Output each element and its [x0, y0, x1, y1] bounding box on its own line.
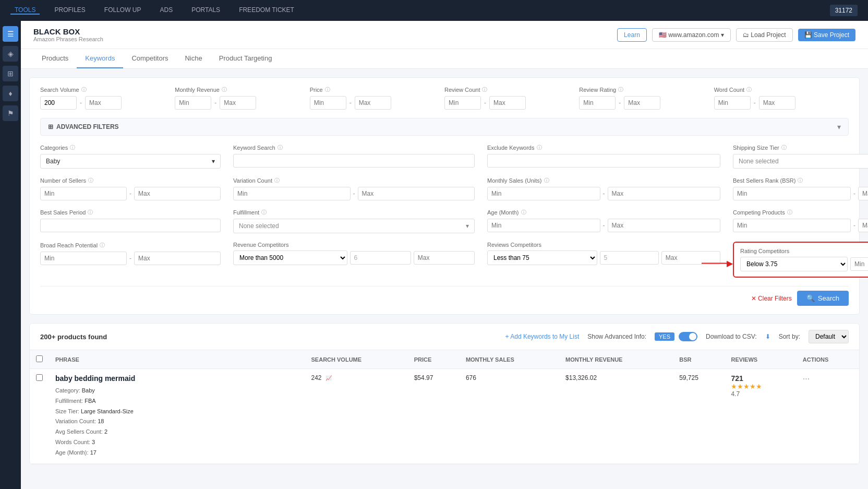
exclude-keywords-info-icon[interactable]: ⓘ: [537, 144, 542, 151]
bsr-info-icon[interactable]: ⓘ: [798, 177, 803, 184]
fulfillment-label: Fulfillment ⓘ: [233, 209, 475, 216]
fulfillment-select[interactable]: None selected ▾: [233, 219, 475, 233]
toggle-knob[interactable]: [679, 332, 697, 341]
nav-tools[interactable]: TOOLS: [10, 6, 40, 15]
age-max[interactable]: [608, 219, 721, 232]
tab-products[interactable]: Products: [33, 49, 77, 68]
variation-info-icon[interactable]: ⓘ: [274, 177, 280, 184]
search-icon: 🔍: [806, 294, 815, 302]
nav-portals[interactable]: PORTALS: [187, 6, 224, 15]
categories-select[interactable]: Baby ▾: [40, 154, 221, 169]
add-keywords-button[interactable]: + Add Keywords to My List: [505, 333, 580, 340]
search-volume-min[interactable]: [40, 96, 77, 110]
sort-select[interactable]: Default: [809, 330, 849, 343]
price-min[interactable]: [310, 96, 346, 110]
price-info-icon[interactable]: ⓘ: [325, 86, 330, 93]
rating-competitors-condition[interactable]: Below 3.75: [740, 257, 848, 271]
advanced-filters-header[interactable]: ⊞ ADVANCED FILTERS ▾: [40, 118, 849, 136]
monthly-revenue-min[interactable]: [175, 96, 211, 110]
num-sellers-info-icon[interactable]: ⓘ: [88, 177, 93, 184]
fulfillment-value: FBA: [85, 398, 95, 404]
row-actions-menu[interactable]: ···: [803, 374, 810, 383]
keyword-search-input[interactable]: [233, 154, 475, 168]
save-project-button[interactable]: 💾 Save Project: [798, 29, 855, 41]
review-rating-min[interactable]: [579, 96, 616, 110]
bsr-min[interactable]: [733, 187, 851, 200]
review-count-info-icon[interactable]: ⓘ: [482, 86, 487, 93]
nav-freedom[interactable]: FREEDOM TICKET: [235, 6, 298, 15]
exclude-keywords-input[interactable]: [487, 154, 720, 168]
fulfillment-info-icon[interactable]: ⓘ: [261, 209, 267, 216]
row-checkbox[interactable]: [36, 374, 43, 381]
price-max[interactable]: [355, 96, 391, 110]
nav-profiles[interactable]: PROFILES: [50, 6, 89, 15]
search-volume-info-icon[interactable]: ⓘ: [81, 86, 87, 93]
broad-max[interactable]: [134, 252, 221, 265]
reviews-competitors-condition[interactable]: Less than 75: [487, 251, 597, 265]
review-count-max[interactable]: [489, 96, 526, 110]
variation-min[interactable]: [233, 187, 351, 200]
phrase-title[interactable]: baby bedding mermaid: [55, 374, 299, 383]
categories-info-icon[interactable]: ⓘ: [70, 144, 75, 151]
tab-product-targeting[interactable]: Product Targeting: [211, 49, 281, 68]
review-rating-max[interactable]: [624, 96, 660, 110]
monthly-revenue-info-icon[interactable]: ⓘ: [222, 86, 227, 93]
shipping-info-icon[interactable]: ⓘ: [781, 144, 787, 151]
tab-keywords[interactable]: Keywords: [77, 49, 123, 68]
advanced-info-toggle[interactable]: YES: [655, 332, 697, 341]
bsr-max[interactable]: [858, 187, 868, 200]
broad-min[interactable]: [40, 252, 127, 265]
revenue-competitors-max[interactable]: [414, 251, 475, 265]
bsr-label: Best Sellers Rank (BSR) ⓘ: [733, 177, 868, 184]
word-count-max[interactable]: [759, 96, 795, 110]
tab-niche[interactable]: Niche: [176, 49, 210, 68]
category-value: Baby: [82, 387, 95, 393]
sidebar-icon-4[interactable]: ♦: [3, 86, 18, 101]
monthly-sales-info-icon[interactable]: ⓘ: [544, 177, 549, 184]
download-icon[interactable]: ⬇: [765, 333, 770, 340]
reviews-competitors-min[interactable]: [600, 251, 659, 265]
tab-competitors[interactable]: Competitors: [123, 49, 176, 68]
monthly-sales-min[interactable]: [487, 187, 600, 200]
monthly-sales-max[interactable]: [608, 187, 721, 200]
exclude-keywords-label: Exclude Keywords ⓘ: [487, 144, 720, 151]
revenue-competitors-condition[interactable]: More than 5000: [233, 251, 347, 265]
sidebar-icon-2[interactable]: ◈: [3, 46, 18, 62]
monthly-revenue-max[interactable]: [220, 96, 256, 110]
words-count-value: 3: [92, 439, 95, 445]
word-count-info-icon[interactable]: ⓘ: [746, 86, 752, 93]
nav-ads[interactable]: ADS: [156, 6, 177, 15]
amazon-dropdown[interactable]: 🇺🇸 www.amazon.com ▾: [652, 28, 731, 42]
age-min[interactable]: [487, 219, 600, 232]
search-volume-max[interactable]: [85, 96, 122, 110]
learn-button[interactable]: Learn: [617, 28, 647, 42]
best-sales-period-input[interactable]: [40, 219, 221, 232]
clear-filters-button[interactable]: ✕ Clear Filters: [751, 291, 792, 306]
user-button[interactable]: 31172: [830, 5, 858, 16]
competing-info-icon[interactable]: ⓘ: [787, 209, 792, 216]
revenue-competitors-min[interactable]: [350, 251, 411, 265]
review-count-min[interactable]: [444, 96, 481, 110]
competing-max[interactable]: [858, 219, 868, 232]
broad-info-icon[interactable]: ⓘ: [100, 242, 105, 249]
review-rating-info-icon[interactable]: ⓘ: [618, 86, 623, 93]
shipping-size-tier-select[interactable]: None selected ▾: [733, 154, 868, 169]
age-info-icon[interactable]: ⓘ: [521, 209, 526, 216]
variation-max[interactable]: [358, 187, 475, 200]
best-sales-info-icon[interactable]: ⓘ: [88, 209, 93, 216]
num-sellers-max[interactable]: [134, 187, 221, 200]
search-button[interactable]: 🔍 Search: [797, 291, 849, 306]
sidebar-icon-3[interactable]: ⊞: [3, 66, 18, 81]
bsr-value: 59,725: [679, 374, 698, 381]
col-phrase: PHRASE: [49, 350, 305, 369]
keyword-search-info-icon[interactable]: ⓘ: [278, 144, 283, 151]
rating-competitors-min[interactable]: [850, 257, 868, 271]
sidebar-icon-1[interactable]: ☰: [3, 26, 18, 42]
nav-followup[interactable]: FOLLOW UP: [100, 6, 146, 15]
num-sellers-min[interactable]: [40, 187, 127, 200]
sidebar-icon-5[interactable]: ⚑: [3, 105, 18, 121]
word-count-min[interactable]: [714, 96, 751, 110]
select-all-checkbox[interactable]: [36, 355, 43, 362]
load-project-button[interactable]: 🗂 Load Project: [736, 28, 793, 42]
competing-min[interactable]: [733, 219, 851, 232]
